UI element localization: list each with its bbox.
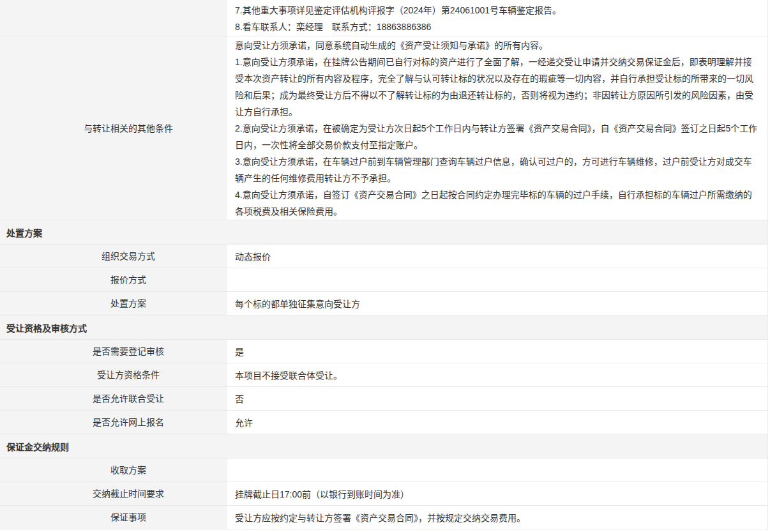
disclosure-content: 7.其他重大事项详见鉴定评估机构评报字（2024年）第24061001号车辆鉴定… (229, 0, 767, 36)
field-label: 交纳截止时间要求 (0, 482, 229, 505)
condition-paragraph: 3.意向受让方须承诺，在车辆过户前到车辆管理部门查询车辆过户信息，确认可过户的，… (235, 153, 760, 186)
other-conditions-content: 意向受让方须承诺，同意系统自动生成的《资产受让须知与承诺》的所有内容。 1.意向… (229, 36, 767, 220)
field-label: 是否允许联合受让 (0, 387, 229, 410)
field-value: 允许 (229, 411, 767, 434)
field-row-payment-deadline: 交纳截止时间要求 挂牌截止日17:00前（以银行到账时间为准） (0, 482, 767, 506)
other-conditions-label: 与转让相关的其他条件 (0, 36, 229, 220)
section-header-disposal-plan: 处置方案 (0, 220, 767, 245)
field-label: 收取方案 (0, 459, 229, 482)
field-row-trade-method: 组织交易方式 动态报价 (0, 245, 767, 268)
field-row-joint-transfer: 是否允许联合受让 否 (0, 387, 767, 411)
field-label: 组织交易方式 (0, 245, 229, 268)
section-header-deposit-rules: 保证金交纳规则 (0, 434, 767, 459)
condition-paragraph: 2.意向受让方须承诺，在被确定为受让方次日起5个工作日内与转让方签署《资产交易合… (235, 120, 760, 153)
field-label: 是否允许网上报名 (0, 411, 229, 434)
field-value: 本项目不接受联合体受让。 (229, 363, 767, 386)
field-value: 受让方应按约定与转让方签署《资产交易合同》，并按规定交纳交易费用。 (229, 506, 767, 529)
other-conditions-row: 与转让相关的其他条件 意向受让方须承诺，同意系统自动生成的《资产受让须知与承诺》… (0, 36, 767, 220)
field-label: 处置方案 (0, 292, 229, 315)
field-value: 否 (229, 387, 767, 410)
field-value (229, 268, 767, 291)
condition-paragraph: 4.意向受让方须承诺，自签订《资产交易合同》之日起按合同约定办理完毕标的车辆的过… (235, 186, 760, 220)
section-title: 保证金交纳规则 (6, 440, 69, 453)
field-label: 保证事项 (0, 506, 229, 529)
condition-paragraph: 1.意向受让方须承诺，在挂牌公告期间已自行对标的资产进行了全面了解，一经递交受让… (235, 54, 760, 120)
field-value: 是 (229, 340, 767, 363)
field-row-guarantee-matters: 保证事项 受让方应按约定与转让方签署《资产交易合同》，并按规定交纳交易费用。 (0, 506, 767, 529)
field-row-collection-plan: 收取方案 (0, 459, 767, 482)
section-title: 受让资格及审核方式 (6, 321, 87, 334)
disclosure-label-empty (0, 0, 229, 36)
field-label: 报价方式 (0, 268, 229, 291)
field-value: 动态报价 (229, 245, 767, 268)
section-title: 处置方案 (6, 226, 42, 239)
field-row-qualification-conditions: 受让方资格条件 本项目不接受联合体受让。 (0, 363, 767, 387)
field-value (229, 459, 767, 482)
field-row-registration-review: 是否需要登记审核 是 (0, 340, 767, 363)
field-value: 每个标的都单独征集意向受让方 (229, 292, 767, 315)
field-label: 受让方资格条件 (0, 363, 229, 386)
condition-paragraph: 意向受让方须承诺，同意系统自动生成的《资产受让须知与承诺》的所有内容。 (235, 37, 760, 54)
field-row-quote-method: 报价方式 (0, 268, 767, 292)
section-header-transferee-qualification: 受让资格及审核方式 (0, 315, 767, 340)
field-value: 挂牌截止日17:00前（以银行到账时间为准） (229, 482, 767, 505)
disclosure-line-7: 7.其他重大事项详见鉴定评估机构评报字（2024年）第24061001号车辆鉴定… (235, 2, 760, 19)
disclosure-row-partial: 7.其他重大事项详见鉴定评估机构评报字（2024年）第24061001号车辆鉴定… (0, 0, 767, 36)
field-row-disposal-plan: 处置方案 每个标的都单独征集意向受让方 (0, 292, 767, 315)
field-row-online-signup: 是否允许网上报名 允许 (0, 411, 767, 434)
asset-detail-table: 7.其他重大事项详见鉴定评估机构评报字（2024年）第24061001号车辆鉴定… (0, 0, 768, 529)
disclosure-line-8: 8.看车联系人：栾经理 联系方式：18863886386 (235, 19, 760, 35)
field-label: 是否需要登记审核 (0, 340, 229, 363)
